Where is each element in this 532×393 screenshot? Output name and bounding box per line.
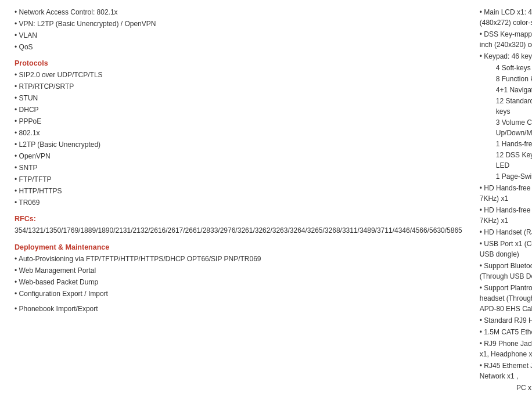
protocol-item: 802.1x [15, 128, 462, 138]
protocol-item: SNTP [15, 163, 462, 173]
rfcs-title: RFCs: [15, 215, 462, 223]
right-item2: RJ9 Phone Jacket x2: Handset x1, Headpho… [480, 338, 532, 359]
left-top-item: QoS [15, 42, 462, 52]
deployment-section: Deployment & Maintenance Auto-Provisioni… [15, 243, 462, 299]
pc-line: PC x1 (Bridged to Network) [480, 383, 532, 393]
left-top-items: Network Access Control: 802.1xVPN: L2TP … [15, 7, 462, 52]
right-item2: HD Hands-free Microphone (0 ~ 7KHz) x1 [480, 205, 532, 226]
protocol-item: RTP/RTCP/SRTP [15, 81, 462, 92]
right-item: Keypad: 46 keys, including [480, 51, 532, 62]
rfcs-text: 354/1321/1350/1769/1889/1890/2131/2132/2… [15, 225, 462, 236]
deployment-title: Deployment & Maintenance [15, 243, 462, 251]
keypad-sub-item: 4 Soft-keys [480, 63, 532, 73]
protocol-item: TR069 [15, 197, 462, 208]
right-item2: HD Handset (RJ9) x1 [480, 227, 532, 237]
right-column: Main LCD x1: 4.3 inch (480x272) color-sc… [477, 6, 532, 393]
right-item2: RJ45 Ethernet Jacket x2: Network x1 , [480, 360, 532, 381]
protocol-item: FTP/TFTP [15, 174, 462, 185]
right-item2: Support Plantronics Wireless headset (Th… [480, 283, 532, 314]
deployment-item: Auto-Provisioning via FTP/TFTP/HTTP/HTTP… [15, 254, 462, 264]
keypad-sub-item: 3 Volume Control keys, Up/Down/Mute(Micr… [480, 117, 532, 138]
right-item2: Support Bluetooth headset (Through USB D… [480, 261, 532, 282]
phonebook-item: Phonebook Import/Export [15, 304, 462, 314]
left-column: Network Access Control: 802.1xVPN: L2TP … [12, 6, 465, 393]
protocol-item: STUN [15, 93, 462, 103]
keypad-sub-item: 12 Standard Phone Digits keys [480, 96, 532, 117]
protocol-item: DHCP [15, 104, 462, 115]
protocols-title: Protocols [15, 59, 462, 67]
keypad-sub-item: 8 Function keys [480, 74, 532, 84]
deployment-item: Web-based Packet Dump [15, 277, 462, 287]
right-item2: USB Port x1 (Connect with BT USB dongle) [480, 239, 532, 259]
protocol-item: L2TP (Basic Unencrypted) [15, 139, 462, 150]
protocol-item: HTTP/HTTPS [15, 186, 462, 196]
keypad-sub-item: 1 Hands-free key [480, 139, 532, 149]
right-item: DSS Key-mapping LCD x2: 2.4 inch (240x32… [480, 29, 532, 50]
right-item2: Standard RJ9 Handset Wire x1 [480, 315, 532, 326]
protocol-item: OpenVPN [15, 151, 462, 161]
keypad-sub-item: 12 DSS Keys with tri-color LED [480, 150, 532, 171]
left-top-item: Network Access Control: 802.1x [15, 7, 462, 17]
right-item: Main LCD x1: 4.3 inch (480x272) color-sc… [480, 7, 532, 28]
right-item2: 1.5M CAT5 Ethernet Cable x1 [480, 327, 532, 337]
protocol-item: SIP2.0 over UDP/TCP/TLS [15, 70, 462, 80]
deployment-item: Configuration Export / Import [15, 289, 462, 299]
left-top-item: VLAN [15, 30, 462, 41]
protocols-section: Protocols SIP2.0 over UDP/TCP/TLSRTP/RTC… [15, 59, 462, 208]
rfcs-section: RFCs: 354/1321/1350/1769/1889/1890/2131/… [15, 215, 462, 236]
protocol-item: PPPoE [15, 116, 462, 127]
right-item2: HD Hands-free Speaker (0 ~ 7KHz) x1 [480, 183, 532, 204]
keypad-sub-item: 1 Page-Switch (PS) key [480, 171, 532, 182]
deployment-item: Web Management Portal [15, 265, 462, 276]
left-top-item: VPN: L2TP (Basic Unencrypted) / OpenVPN [15, 19, 462, 29]
keypad-sub-item: 4+1 Navigation keys + OK [480, 85, 532, 95]
